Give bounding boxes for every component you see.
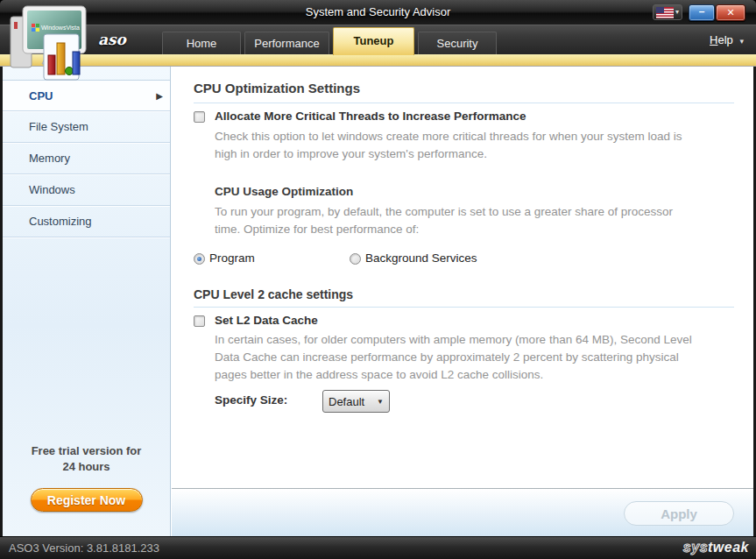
systweak-logo: systweak: [683, 540, 749, 555]
sidebar-item-label: Windows: [29, 183, 75, 196]
systweak-logo-sys: sys: [683, 540, 708, 555]
background-services-radio[interactable]: [350, 253, 361, 265]
version-text: ASO3 Version: 3.81.8181.233: [9, 541, 159, 555]
content-footer: Apply: [172, 488, 753, 536]
sidebar-item-memory[interactable]: Memory: [3, 143, 170, 174]
tab-home[interactable]: Home: [162, 32, 241, 55]
title-bar: System and Security Advisor ▾ – ✕: [0, 0, 756, 25]
language-selector-button[interactable]: ▾: [653, 4, 682, 20]
l2-cache-checkbox[interactable]: [194, 315, 205, 327]
aso-wordmark: aso: [98, 31, 126, 48]
critical-threads-description: Check this option to let windows create …: [215, 128, 682, 163]
trial-note: Free trial version for 24 hours: [3, 443, 170, 475]
sidebar-item-label: Memory: [29, 152, 70, 165]
tab-tuneup[interactable]: Tuneup: [333, 27, 414, 55]
program-radio-label[interactable]: Program: [209, 251, 255, 265]
chevron-down-icon: ▼: [377, 398, 384, 406]
gold-accent-strip: [0, 54, 756, 67]
background-services-radio-label[interactable]: Background Services: [365, 251, 477, 265]
app-logo-icon: WindowsVista: [7, 3, 95, 83]
l2-cache-checkbox-label[interactable]: Set L2 Data Cache: [215, 314, 318, 327]
help-menu[interactable]: Help ▾: [710, 33, 744, 46]
page-title: CPU Optimization Settings: [194, 81, 360, 96]
critical-threads-checkbox[interactable]: [194, 111, 205, 123]
tab-security[interactable]: Security: [418, 32, 497, 55]
apply-button[interactable]: Apply: [624, 501, 734, 526]
tab-performance[interactable]: Performance: [244, 32, 329, 55]
window-title: System and Security Advisor: [0, 5, 756, 18]
separator: [194, 103, 734, 103]
app-window: System and Security Advisor ▾ – ✕ aso Ho…: [0, 0, 756, 559]
content-panel: CPU Optimization Settings Allocate More …: [172, 67, 753, 536]
cpu-usage-title: CPU Usage Optimization: [215, 185, 353, 198]
critical-threads-label[interactable]: Allocate More Critical Threads to Increa…: [215, 110, 526, 123]
l2-cache-description: In certain cases, for older computers wi…: [215, 331, 692, 384]
sidebar-item-windows[interactable]: Windows: [3, 174, 170, 206]
help-label-rest: elp: [717, 33, 732, 46]
size-dropdown[interactable]: Default ▼: [322, 390, 390, 413]
separator: [194, 307, 734, 308]
cpu-usage-description: To run your program, by default, the com…: [215, 203, 673, 238]
l2-cache-section-title: CPU Level 2 cache settings: [194, 287, 353, 301]
sidebar-nav: CPU ▶ File System Memory Windows Customi…: [3, 81, 170, 237]
close-button[interactable]: ✕: [716, 4, 745, 21]
tab-strip: Home Performance Tuneup Security: [162, 25, 497, 55]
caret-down-icon: ▾: [675, 9, 679, 16]
svg-text:WindowsVista: WindowsVista: [41, 25, 80, 31]
caret-down-icon: ▾: [739, 37, 744, 46]
sidebar-item-cpu[interactable]: CPU ▶: [3, 80, 170, 111]
sidebar-item-label: File System: [29, 120, 88, 133]
main-area: CPU ▶ File System Memory Windows Customi…: [3, 67, 753, 536]
systweak-logo-tweak: tweak: [708, 540, 749, 555]
sidebar: CPU ▶ File System Memory Windows Customi…: [3, 67, 171, 536]
register-now-button[interactable]: Register Now: [31, 488, 143, 512]
sidebar-item-customizing[interactable]: Customizing: [3, 206, 170, 237]
tab-bar: aso Home Performance Tuneup Security Hel…: [0, 25, 756, 54]
size-dropdown-value: Default: [329, 395, 364, 408]
us-flag-icon: [656, 7, 674, 18]
minimize-button[interactable]: –: [689, 4, 715, 21]
sidebar-item-label: CPU: [29, 89, 53, 103]
arrow-right-icon: ▶: [156, 81, 163, 111]
sidebar-item-file-system[interactable]: File System: [3, 111, 170, 143]
program-radio[interactable]: [194, 253, 205, 265]
status-bar: ASO3 Version: 3.81.8181.233 systweak: [0, 536, 756, 559]
specify-size-label: Specify Size:: [215, 393, 287, 407]
sidebar-item-label: Customizing: [29, 215, 92, 228]
